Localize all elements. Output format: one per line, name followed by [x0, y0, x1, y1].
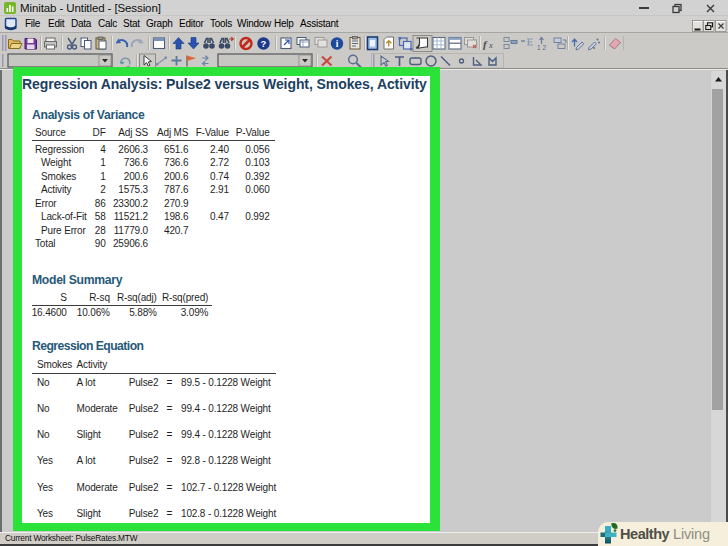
- svg-text:x: x: [488, 40, 493, 50]
- svg-text:?: ?: [261, 38, 267, 49]
- svg-text:1 2: 1 2: [537, 44, 546, 51]
- svg-text:f: f: [483, 38, 488, 50]
- svg-text:i: i: [336, 39, 339, 49]
